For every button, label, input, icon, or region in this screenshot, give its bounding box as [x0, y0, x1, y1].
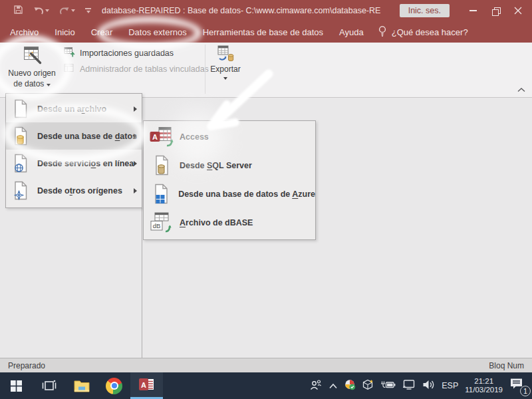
power-plug-icon[interactable] [380, 380, 396, 392]
submenu-item-access[interactable]: A Access [144, 122, 315, 151]
title-bar: database-REPAIRED : Base de datos- C:\ww… [0, 0, 532, 21]
svg-text:A: A [152, 133, 158, 141]
access-taskbar-button[interactable]: A [130, 372, 163, 399]
tab-crear[interactable]: Crear [89, 26, 115, 39]
menu-item-desde-una-base-de-datos[interactable]: Desde una base de datos [6, 122, 142, 150]
new-data-source-label-2: de datos [13, 79, 50, 88]
menu-item-desde-servicios-en-linea[interactable]: Desde servicios en línea [6, 150, 142, 177]
submenu-item-label: Desde una base de datos de Azure [178, 190, 315, 199]
tab-inicio[interactable]: Inicio [53, 26, 76, 39]
dropdown-caret-icon [47, 84, 51, 86]
submenu-arrow-icon [134, 161, 137, 166]
ribbon-group-separator [205, 45, 205, 94]
minimize-button[interactable] [462, 0, 484, 21]
undo-button[interactable] [33, 6, 49, 15]
quick-access-toolbar [13, 5, 91, 17]
tell-me-box[interactable]: ¿Qué desea hacer? [378, 25, 468, 39]
window-controls [462, 0, 529, 21]
file-compass-icon [12, 181, 29, 200]
security-shield-icon[interactable] [344, 379, 356, 393]
save-icon[interactable] [13, 5, 23, 17]
tray-expand-chevron-icon[interactable] [329, 380, 338, 392]
virtualbox-cube-icon[interactable] [362, 379, 374, 393]
svg-text:dB: dB [153, 222, 161, 229]
tab-herramientas[interactable]: Herramientas de base de datos [201, 26, 325, 39]
submenu-item-dbase[interactable]: dB Archivo de dBASE [144, 208, 315, 237]
export-label: Exportar [210, 65, 240, 74]
task-view-button[interactable] [33, 372, 65, 399]
clock[interactable]: 21:21 11/03/2019 [465, 377, 503, 395]
from-database-submenu: A Access Desde SQL Server Desde una base… [143, 120, 316, 240]
action-center-icon[interactable]: 1 [509, 377, 527, 394]
file-icon [12, 99, 29, 118]
clock-date: 11/03/2019 [465, 386, 503, 395]
chrome-icon[interactable] [98, 372, 130, 399]
menu-item-desde-otros-origenes[interactable]: Desde otros orígenes [6, 177, 142, 204]
linked-table-manager-label: Administrador de tablas vinculadas [80, 65, 209, 74]
submenu-arrow-icon [134, 106, 137, 112]
table-wand-icon [22, 45, 42, 67]
tab-datos-externos[interactable]: Datos externos [126, 26, 188, 39]
tell-me-label: ¿Qué desea hacer? [392, 27, 468, 37]
people-icon[interactable] [310, 379, 322, 393]
export-button[interactable]: Exportar [209, 45, 241, 95]
menu-item-desde-un-archivo[interactable]: Desde un archivo [6, 95, 142, 122]
numlock-indicator: Bloq Num [489, 361, 524, 370]
taskbar: A ESP [0, 372, 532, 399]
window-title: database-REPAIRED : Base de datos- C:\ww… [102, 6, 381, 15]
customize-qat-icon[interactable] [85, 8, 91, 13]
sign-in-button[interactable]: Inic. ses. [400, 4, 450, 17]
redo-button[interactable] [59, 6, 75, 15]
volume-icon[interactable] [422, 380, 435, 392]
submenu-item-azure[interactable]: Desde una base de datos de Azure [144, 180, 315, 208]
file-globe-icon [12, 154, 29, 173]
svg-text:A: A [141, 381, 146, 389]
saved-imports-label: Importaciones guardadas [80, 49, 174, 58]
export-icon [217, 45, 235, 65]
notification-count-badge: 1 [520, 386, 531, 396]
tab-archivo[interactable]: Archivo [8, 26, 41, 39]
undo-dropdown-caret [45, 9, 49, 12]
restore-button[interactable] [484, 0, 507, 21]
submenu-item-sql-server[interactable]: Desde SQL Server [144, 151, 315, 180]
file-database-icon [12, 126, 29, 146]
language-indicator[interactable]: ESP [442, 381, 458, 390]
redo-dropdown-caret [71, 9, 75, 12]
menu-item-label: Desde servicios en línea [37, 159, 134, 168]
collapse-ribbon-icon[interactable] [517, 83, 525, 95]
submenu-item-label: Desde SQL Server [180, 161, 252, 170]
network-icon[interactable] [402, 379, 416, 392]
menu-item-label: Desde un archivo [37, 104, 106, 114]
menu-item-label: Desde otros orígenes [37, 186, 122, 196]
new-data-source-button[interactable]: Nuevo origen de datos [4, 45, 60, 95]
submenu-arrow-icon [134, 188, 137, 194]
new-data-source-label-1: Nuevo origen [8, 68, 55, 78]
clock-time: 21:21 [465, 377, 503, 386]
file-windows-icon [149, 184, 173, 204]
linked-table-manager-button[interactable]: Administrador de tablas vinculadas [64, 62, 209, 76]
start-button[interactable] [0, 372, 33, 399]
submenu-arrow-icon [134, 134, 137, 139]
close-button[interactable] [507, 0, 529, 21]
ribbon: Nuevo origen de datos Importaciones guar… [0, 43, 532, 98]
tab-ayuda[interactable]: Ayuda [337, 26, 366, 39]
saved-imports-button[interactable]: Importaciones guardadas [64, 46, 174, 61]
system-tray: ESP 21:21 11/03/2019 1 [310, 377, 532, 395]
status-ready-label: Preparado [8, 361, 45, 370]
linked-table-manager-icon [64, 63, 75, 76]
file-explorer-icon[interactable] [65, 372, 98, 399]
new-data-source-menu: Desde un archivo Desde una base de datos… [5, 93, 142, 208]
submenu-item-label: Access [180, 132, 209, 142]
access-window: database-REPAIRED : Base de datos- C:\ww… [0, 0, 532, 399]
file-sql-database-icon [149, 155, 174, 176]
submenu-item-label: Archivo de dBASE [180, 218, 253, 227]
ribbon-tab-bar: Archivo Inicio Crear Datos externos Herr… [0, 21, 532, 43]
export-caret-icon [223, 77, 227, 80]
lightbulb-icon [378, 25, 387, 39]
menu-item-label: Desde una base de datos [37, 132, 137, 141]
access-app-icon: A [149, 126, 174, 147]
status-bar: Preparado Bloq Num [0, 358, 532, 372]
saved-imports-icon [64, 47, 75, 60]
dbase-file-icon: dB [149, 212, 174, 233]
